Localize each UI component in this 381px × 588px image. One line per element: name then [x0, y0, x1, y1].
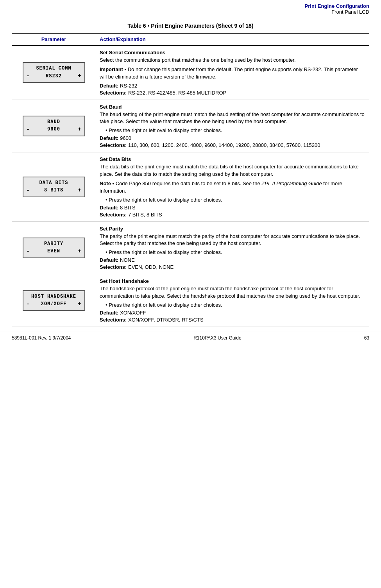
lcd-label: DATA BITS — [27, 179, 81, 186]
section-title: Set Baud — [100, 104, 365, 110]
lcd-value-row: -9600+ — [27, 125, 81, 134]
lcd-label: HOST HANDSHAKE — [27, 293, 81, 300]
table-row: PARITY-EVEN+Set ParityThe parity of the … — [12, 222, 369, 274]
action-explanation-cell: Set BaudThe baud setting of the print en… — [96, 100, 369, 152]
action-explanation-cell: Set Serial CommunicationsSelect the comm… — [96, 45, 369, 100]
lcd-plus-button[interactable]: + — [78, 247, 81, 256]
lcd-display-cell: SERIAL COMM-RS232+ — [12, 45, 96, 100]
note-body: Code Page 850 requires the data bits to … — [114, 181, 261, 186]
footer-right: 63 — [364, 335, 369, 341]
selections-value: RS-232, RS-422/485, RS-485 MULTIDROP — [127, 90, 226, 96]
lcd-widget: PARITY-EVEN+ — [23, 238, 85, 258]
selections-text: Selections: 7 BITS, 8 BITS — [100, 212, 365, 218]
table-row: DATA BITS-8 BITS+Set Data BitsThe data b… — [12, 152, 369, 222]
lcd-minus-button[interactable]: - — [27, 125, 30, 134]
default-text: Default: XON/XOFF — [100, 310, 365, 316]
lcd-value: 9600 — [30, 126, 78, 133]
section-title: Set Parity — [100, 226, 365, 232]
lcd-value: EVEN — [30, 248, 78, 255]
header-title: Print Engine Configuration — [12, 3, 369, 9]
selections-text: Selections: RS-232, RS-422/485, RS-485 M… — [100, 90, 365, 96]
default-label: Default: — [100, 135, 118, 141]
default-value: 8 BITS — [118, 205, 135, 211]
lcd-display-cell: PARITY-EVEN+ — [12, 222, 96, 274]
section-title: Set Host Handshake — [100, 278, 365, 284]
table-title: Table 6 • Print Engine Parameters (Sheet… — [0, 16, 381, 33]
default-text: Default: 8 BITS — [100, 205, 365, 211]
selections-label: Selections: — [100, 142, 127, 148]
lcd-display-cell: BAUD-9600+ — [12, 100, 96, 152]
action-explanation-cell: Set Data BitsThe data bits of the print … — [96, 152, 369, 222]
important-label: Important • — [100, 66, 126, 72]
important-body: Do not change this parameter from the de… — [100, 66, 358, 80]
default-label: Default: — [100, 257, 118, 263]
lcd-value-row: -EVEN+ — [27, 247, 81, 256]
lcd-display-cell: DATA BITS-8 BITS+ — [12, 152, 96, 222]
bullet-text: • Press the right or left oval to displa… — [100, 197, 365, 203]
page-footer: 58981L-001 Rev. 1 9/7/2004 R110PAX3 User… — [0, 331, 381, 345]
lcd-label: PARITY — [27, 240, 81, 247]
lcd-widget: SERIAL COMM-RS232+ — [23, 62, 85, 83]
lcd-minus-button[interactable]: - — [27, 72, 30, 80]
lcd-value-row: -RS232+ — [27, 72, 81, 80]
header-subtitle: Front Panel LCD — [12, 9, 369, 15]
note-label: Note • — [100, 181, 114, 186]
default-label: Default: — [100, 83, 118, 89]
bullet-text: • Press the right or left oval to displa… — [100, 302, 365, 308]
lcd-plus-button[interactable]: + — [78, 300, 81, 308]
default-text: Default: RS-232 — [100, 83, 365, 89]
body-text: Select the communications port that matc… — [100, 57, 365, 64]
default-label: Default: — [100, 310, 118, 316]
section-title: Set Serial Communications — [100, 50, 365, 55]
table-row: HOST HANDSHAKE-XON⁄XOFF+Set Host Handsha… — [12, 274, 369, 327]
selections-text: Selections: EVEN, ODD, NONE — [100, 264, 365, 270]
bullet-text: • Press the right or left oval to displa… — [100, 249, 365, 255]
action-explanation-cell: Set Host HandshakeThe handshake protocol… — [96, 274, 369, 327]
footer-left: 58981L-001 Rev. 1 9/7/2004 — [12, 335, 71, 341]
lcd-value: XON⁄XOFF — [30, 300, 78, 307]
lcd-minus-button[interactable]: - — [27, 247, 30, 256]
selections-value: 7 BITS, 8 BITS — [127, 212, 162, 218]
lcd-display-cell: HOST HANDSHAKE-XON⁄XOFF+ — [12, 274, 96, 327]
lcd-widget: BAUD-9600+ — [23, 116, 85, 136]
table-row: BAUD-9600+Set BaudThe baud setting of th… — [12, 100, 369, 152]
lcd-value-row: -XON⁄XOFF+ — [27, 300, 81, 308]
parameters-table: Parameter Action/Explanation SERIAL COMM… — [12, 33, 369, 327]
lcd-plus-button[interactable]: + — [78, 72, 81, 80]
lcd-widget: DATA BITS-8 BITS+ — [23, 177, 85, 197]
important-text: Important • Do not change this parameter… — [100, 66, 365, 81]
default-value: XON/XOFF — [118, 310, 146, 316]
body-text: The handshake protocol of the print engi… — [100, 285, 365, 300]
table-row: SERIAL COMM-RS232+Set Serial Communicati… — [12, 45, 369, 100]
lcd-value: 8 BITS — [30, 187, 78, 194]
lcd-minus-button[interactable]: - — [27, 186, 30, 195]
default-label: Default: — [100, 205, 118, 211]
default-text: Default: NONE — [100, 257, 365, 263]
body-text: The parity of the print engine must matc… — [100, 233, 365, 248]
page-header: Print Engine Configuration Front Panel L… — [0, 0, 381, 16]
body-text: The data bits of the print engine must m… — [100, 163, 365, 178]
action-explanation-cell: Set ParityThe parity of the print engine… — [96, 222, 369, 274]
lcd-label: BAUD — [27, 118, 81, 125]
lcd-plus-button[interactable]: + — [78, 186, 81, 195]
col-header-parameter: Parameter — [12, 33, 96, 45]
lcd-label: SERIAL COMM — [27, 65, 81, 72]
selections-label: Selections: — [100, 317, 127, 323]
selections-label: Selections: — [100, 264, 127, 270]
default-value: 9600 — [118, 135, 131, 141]
selections-value: 110, 300, 600, 1200, 2400, 4800, 9600, 1… — [127, 142, 320, 148]
footer-center: R110PAX3 User Guide — [193, 335, 241, 341]
lcd-value-row: -8 BITS+ — [27, 186, 81, 195]
default-value: NONE — [118, 257, 134, 263]
note-italic: ZPL II Programming Guide — [261, 181, 322, 186]
selections-value: EVEN, ODD, NONE — [127, 264, 174, 270]
note-text: Note • Code Page 850 requires the data b… — [100, 180, 365, 195]
lcd-minus-button[interactable]: - — [27, 300, 30, 308]
lcd-plus-button[interactable]: + — [78, 125, 81, 134]
lcd-widget: HOST HANDSHAKE-XON⁄XOFF+ — [23, 290, 85, 311]
selections-value: XON/XOFF, DTR/DSR, RTS/CTS — [127, 317, 203, 323]
bullet-text: • Press the right or left oval to displa… — [100, 127, 365, 133]
section-title: Set Data Bits — [100, 156, 365, 162]
col-header-action: Action/Explanation — [96, 33, 369, 45]
body-text: The baud setting of the print engine mus… — [100, 111, 365, 126]
